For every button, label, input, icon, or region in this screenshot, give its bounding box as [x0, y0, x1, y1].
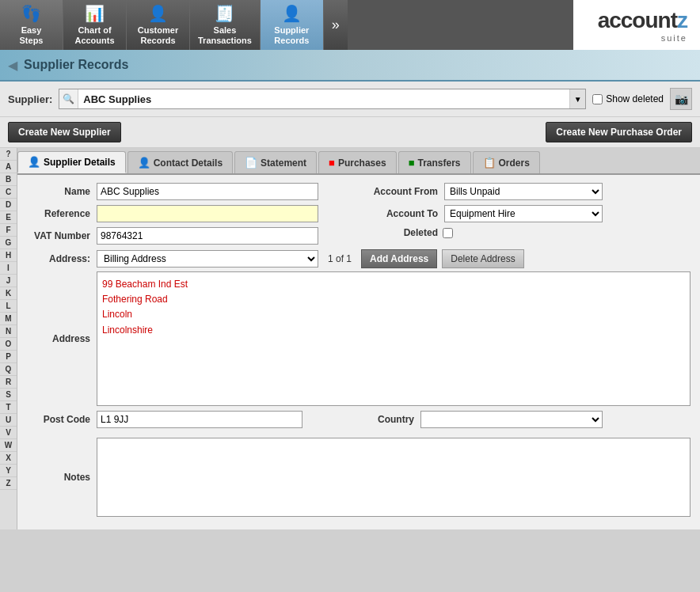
- alpha-item-i[interactable]: I: [0, 262, 17, 275]
- postcode-row: Post Code: [27, 411, 359, 428]
- address-selector-row: Address: Billing Address 1 of 1 Add Addr…: [27, 249, 690, 268]
- tab-transfers[interactable]: ■ Transfers: [398, 151, 471, 173]
- alpha-item-r[interactable]: R: [0, 376, 17, 389]
- country-select[interactable]: [420, 411, 603, 428]
- nav-sales-transactions[interactable]: 🧾 Sales Transactions: [190, 0, 261, 50]
- tab-orders-label: Orders: [499, 157, 530, 169]
- vat-input[interactable]: [97, 227, 318, 245]
- name-accountfrom-row: Name Account From Bills Unpaid: [27, 183, 690, 205]
- supplier-search-container: 🔍 ▼: [59, 89, 586, 109]
- delete-address-button[interactable]: Delete Address: [442, 249, 523, 268]
- alpha-item-u[interactable]: U: [0, 414, 17, 427]
- alpha-item-w[interactable]: W: [0, 439, 17, 452]
- notes-row: Notes: [27, 438, 690, 517]
- alpha-item-k[interactable]: K: [0, 287, 17, 300]
- alpha-item-n[interactable]: N: [0, 325, 17, 338]
- nav-customer-records-label: Customer Records: [138, 25, 178, 46]
- notes-textarea[interactable]: [97, 438, 690, 517]
- nav-customer-records[interactable]: 👤 Customer Records: [127, 0, 190, 50]
- reference-input[interactable]: [97, 205, 318, 222]
- search-icon: 🔍: [63, 93, 74, 104]
- alpha-item-h[interactable]: H: [0, 249, 17, 262]
- left-col-reference: Reference: [27, 205, 359, 227]
- right-col-account-from: Account From Bills Unpaid: [359, 183, 690, 205]
- search-dropdown-button[interactable]: ▼: [569, 89, 585, 108]
- add-address-button[interactable]: Add Address: [361, 249, 437, 268]
- tab-supplier-details-label: Supplier Details: [44, 157, 116, 168]
- address-select-container: Billing Address 1 of 1 Add Address Delet…: [97, 249, 524, 268]
- create-new-purchase-order-button[interactable]: Create New Purchase Order: [546, 122, 692, 142]
- name-row: Name: [27, 183, 359, 200]
- chart-accounts-icon: 📊: [85, 4, 105, 23]
- alpha-item-m[interactable]: M: [0, 313, 17, 325]
- alpha-item-y[interactable]: Y: [0, 465, 17, 477]
- reference-row: Reference: [27, 205, 359, 222]
- nav-chart-accounts-label: Chart of Accounts: [74, 25, 114, 46]
- alpha-item-c[interactable]: C: [0, 186, 17, 199]
- tab-statement[interactable]: 📄 Statement: [234, 151, 317, 173]
- show-deleted-checkbox[interactable]: [592, 94, 603, 104]
- alpha-item-d[interactable]: D: [0, 199, 17, 211]
- vat-row: VAT Number: [27, 227, 359, 245]
- account-from-select[interactable]: Bills Unpaid: [444, 183, 603, 200]
- deleted-checkbox[interactable]: [443, 228, 453, 238]
- alpha-item-q[interactable]: Q: [0, 363, 17, 376]
- alpha-item-l[interactable]: L: [0, 300, 17, 313]
- content-panel: 👤 Supplier Details 👤 Contact Details 📄 S…: [17, 148, 700, 529]
- alpha-item-o[interactable]: O: [0, 338, 17, 351]
- tab-orders[interactable]: 📋 Orders: [473, 151, 540, 173]
- country-row: Country: [359, 411, 690, 428]
- right-col-account-to: Account To Equipment Hire: [359, 205, 690, 227]
- supplier-search-input[interactable]: [78, 93, 569, 105]
- alpha-item-?[interactable]: ?: [0, 148, 17, 161]
- logo-text: accountz: [598, 8, 687, 33]
- address-field-label: Address:: [27, 253, 90, 264]
- alpha-item-b[interactable]: B: [0, 173, 17, 186]
- camera-button[interactable]: 📷: [670, 88, 692, 110]
- nav-chart-of-accounts[interactable]: 📊 Chart of Accounts: [63, 0, 127, 50]
- right-col-deleted: Deleted: [359, 227, 690, 249]
- alpha-item-f[interactable]: F: [0, 224, 17, 237]
- tab-contact-details[interactable]: 👤 Contact Details: [127, 151, 233, 173]
- tab-transfers-label: Transfers: [418, 157, 461, 169]
- alpha-item-e[interactable]: E: [0, 211, 17, 224]
- tab-supplier-details[interactable]: 👤 Supplier Details: [17, 151, 126, 173]
- nav-easy-steps[interactable]: 👣 Easy Steps: [0, 0, 63, 50]
- customer-records-icon: 👤: [148, 4, 168, 23]
- alpha-item-j[interactable]: J: [0, 275, 17, 287]
- search-icon-box: 🔍: [59, 89, 78, 108]
- alpha-item-z[interactable]: Z: [0, 477, 17, 490]
- notes-label: Notes: [27, 472, 90, 483]
- tabs-container: 👤 Supplier Details 👤 Contact Details 📄 S…: [17, 148, 700, 175]
- page-banner: ◀ Supplier Records: [0, 50, 700, 82]
- purchases-tab-icon: ■: [329, 157, 335, 169]
- orders-tab-icon: 📋: [483, 157, 496, 169]
- top-navigation: 👣 Easy Steps 📊 Chart of Accounts 👤 Custo…: [0, 0, 700, 50]
- alphabet-sidebar: ?ABCDEFGHIJKLMNOPQRSTUVWXYZ: [0, 148, 17, 529]
- logo-suite: suite: [661, 33, 687, 43]
- alpha-item-g[interactable]: G: [0, 237, 17, 249]
- nav-expand-button[interactable]: »: [324, 0, 348, 50]
- alpha-item-v[interactable]: V: [0, 427, 17, 439]
- app-logo: accountz suite: [573, 0, 700, 50]
- postcode-input[interactable]: [97, 411, 302, 428]
- alpha-item-a[interactable]: A: [0, 161, 17, 173]
- left-col-vat: VAT Number: [27, 227, 359, 249]
- alpha-item-p[interactable]: P: [0, 351, 17, 363]
- address-content-box[interactable]: 99 Beacham Ind Est Fothering Road Lincol…: [97, 271, 690, 406]
- create-new-supplier-button[interactable]: Create New Supplier: [8, 122, 121, 142]
- name-input[interactable]: [97, 183, 318, 200]
- nav-supplier-records[interactable]: 👤 Supplier Records: [261, 0, 324, 50]
- address-type-select[interactable]: Billing Address: [97, 250, 318, 268]
- account-to-select[interactable]: Equipment Hire: [444, 205, 603, 222]
- alpha-item-x[interactable]: X: [0, 452, 17, 465]
- postcode-label: Post Code: [27, 414, 90, 425]
- name-label: Name: [27, 186, 90, 197]
- country-label: Country: [359, 414, 414, 425]
- back-button[interactable]: ◀: [8, 58, 17, 73]
- tab-purchases[interactable]: ■ Purchases: [318, 151, 397, 173]
- address-line2: Fothering Road: [102, 292, 685, 307]
- reference-label: Reference: [27, 208, 90, 219]
- alpha-item-s[interactable]: S: [0, 389, 17, 401]
- alpha-item-t[interactable]: T: [0, 401, 17, 414]
